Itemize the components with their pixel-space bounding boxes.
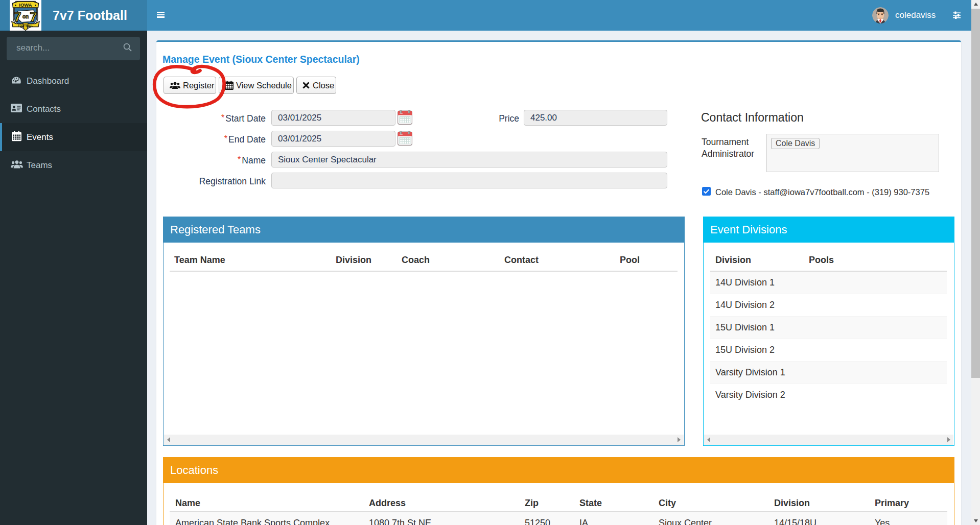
svg-text:on: on: [22, 14, 29, 19]
svg-text:IOWA: IOWA: [19, 2, 32, 8]
svg-text:FOOTBALL: FOOTBALL: [18, 24, 33, 27]
svg-text:7: 7: [14, 9, 21, 25]
svg-text:7: 7: [30, 9, 37, 25]
